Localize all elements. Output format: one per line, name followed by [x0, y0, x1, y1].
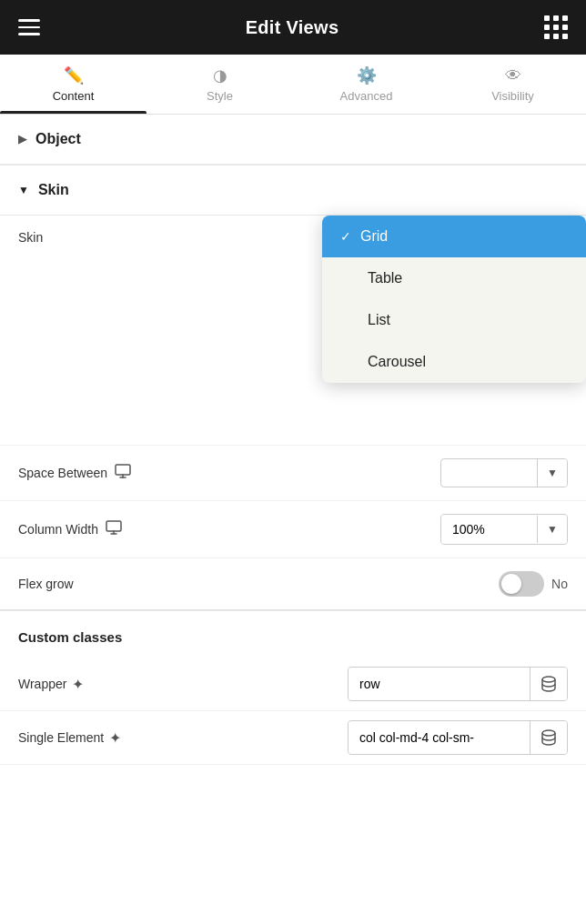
single-element-db-icon[interactable]: [530, 721, 567, 754]
space-between-select[interactable]: ▼: [440, 458, 568, 487]
custom-classes-section: Custom classes Wrapper ✦ S: [0, 611, 586, 765]
main-content: ▶ Object ▼ Skin Skin ✓ Grid Table: [0, 115, 586, 765]
skin-field-row: Skin ✓ Grid Table List Carousel: [0, 216, 586, 446]
wrapper-label: Wrapper ✦: [18, 676, 84, 693]
wrapper-input[interactable]: [349, 668, 530, 699]
toggle-thumb: [501, 574, 521, 594]
pencil-icon: ✏️: [64, 67, 84, 84]
check-icon: ✓: [340, 229, 351, 244]
column-width-label: Column Width: [18, 520, 122, 538]
tab-content-label: Content: [53, 89, 95, 103]
monitor-icon-space: [115, 464, 131, 482]
eye-icon: 👁: [505, 67, 521, 84]
single-element-row: Single Element ✦: [0, 711, 586, 765]
monitor-icon-column: [106, 520, 122, 538]
grid-menu-button[interactable]: [544, 15, 568, 39]
skin-option-carousel[interactable]: Carousel: [322, 341, 586, 383]
column-width-value: 100%: [441, 515, 537, 544]
menu-button[interactable]: [18, 19, 40, 35]
wrapper-row: Wrapper ✦: [0, 658, 586, 711]
space-between-value: [441, 466, 537, 480]
object-section-label: Object: [35, 131, 81, 147]
flex-grow-row: Flex grow No: [0, 558, 586, 610]
svg-point-3: [542, 730, 555, 736]
skin-option-grid[interactable]: ✓ Grid: [322, 216, 586, 257]
custom-classes-header: Custom classes: [0, 611, 586, 658]
skin-option-grid-label: Grid: [360, 228, 388, 245]
skin-dropdown-menu: ✓ Grid Table List Carousel: [322, 216, 586, 383]
skin-option-table[interactable]: Table: [322, 257, 586, 299]
skin-option-table-label: Table: [368, 270, 402, 286]
flex-grow-label: Flex grow: [18, 577, 74, 591]
wrapper-input-container: [348, 667, 568, 701]
app-header: Edit Views: [0, 0, 586, 55]
skin-option-list[interactable]: List: [322, 299, 586, 341]
column-width-row: Column Width 100% ▼: [0, 501, 586, 558]
object-arrow-icon: ▶: [18, 133, 26, 146]
svg-rect-0: [116, 465, 130, 475]
svg-rect-1: [106, 521, 121, 531]
sparkle-icon-single: ✦: [109, 729, 121, 747]
space-between-row: Space Between ▼: [0, 446, 586, 501]
wrapper-label-text: Wrapper: [18, 677, 66, 691]
space-between-label: Space Between: [18, 464, 131, 482]
object-section-header[interactable]: ▶ Object: [0, 115, 586, 165]
flex-grow-toggle[interactable]: [499, 571, 544, 597]
single-element-input-container: [348, 720, 568, 755]
tab-visibility[interactable]: 👁 Visibility: [440, 55, 586, 114]
flex-grow-toggle-container: No: [499, 571, 568, 597]
column-width-arrow[interactable]: ▼: [537, 516, 567, 543]
skin-option-carousel-label: Carousel: [368, 354, 426, 370]
gear-icon: ⚙️: [357, 67, 377, 84]
space-between-text: Space Between: [18, 466, 107, 480]
single-element-input[interactable]: [349, 722, 530, 753]
space-between-arrow[interactable]: ▼: [537, 459, 567, 487]
sparkle-icon-wrapper: ✦: [72, 676, 84, 693]
skin-field-label: Skin: [18, 230, 43, 245]
skin-section-label: Skin: [38, 182, 69, 198]
single-element-label-text: Single Element: [18, 730, 104, 745]
column-width-text: Column Width: [18, 522, 98, 537]
tab-visibility-label: Visibility: [491, 89, 534, 103]
half-circle-icon: ◑: [213, 67, 227, 84]
column-width-select[interactable]: 100% ▼: [440, 514, 568, 545]
tab-advanced[interactable]: ⚙️ Advanced: [293, 55, 440, 114]
skin-section-header[interactable]: ▼ Skin: [0, 166, 586, 216]
flex-grow-toggle-label: No: [551, 577, 568, 591]
tab-style[interactable]: ◑ Style: [146, 55, 293, 114]
tab-style-label: Style: [207, 89, 233, 103]
tab-content[interactable]: ✏️ Content: [0, 55, 146, 114]
svg-point-2: [542, 677, 555, 682]
skin-option-list-label: List: [368, 312, 390, 328]
tab-advanced-label: Advanced: [340, 89, 393, 103]
tab-bar: ✏️ Content ◑ Style ⚙️ Advanced 👁 Visibil…: [0, 55, 586, 115]
skin-arrow-icon: ▼: [18, 184, 29, 196]
wrapper-db-icon[interactable]: [530, 668, 567, 700]
header-title: Edit Views: [246, 17, 339, 38]
single-element-label: Single Element ✦: [18, 729, 121, 747]
skin-section: ▼ Skin Skin ✓ Grid Table List: [0, 166, 586, 610]
